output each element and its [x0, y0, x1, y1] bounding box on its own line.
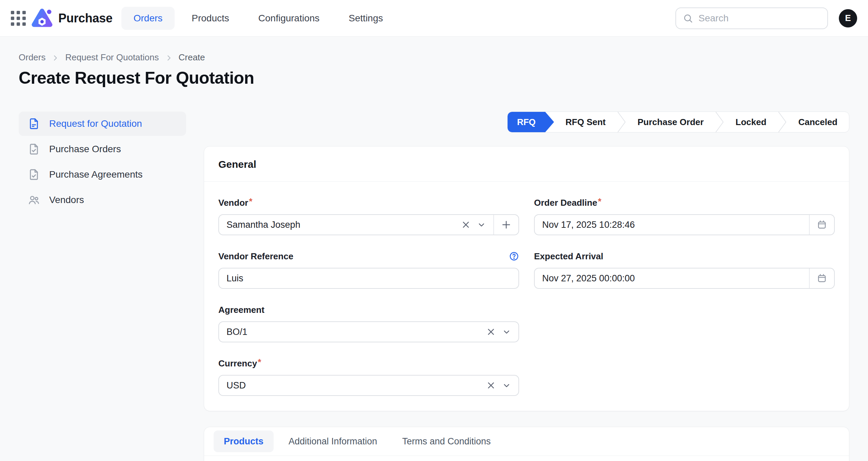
- vendor-reference-label: Vendor Reference: [218, 251, 293, 262]
- order-deadline-field: Order Deadline*: [534, 197, 835, 235]
- document-check-icon: [27, 168, 40, 181]
- top-nav: Orders Products Configurations Settings: [121, 7, 395, 30]
- chevron-down-icon[interactable]: [502, 381, 511, 390]
- screen: Purchase Orders Products Configurations …: [0, 0, 868, 461]
- tab-additional-information[interactable]: Additional Information: [278, 430, 387, 452]
- app-logo-icon: [31, 7, 53, 29]
- status-step-rfq[interactable]: RFQ: [508, 112, 545, 132]
- search-box[interactable]: [675, 7, 828, 29]
- currency-value: USD: [219, 380, 479, 391]
- user-avatar[interactable]: E: [839, 9, 857, 27]
- sidebar-item-label: Purchase Agreements: [49, 169, 143, 180]
- status-pipeline: RFQ RFQ Sent Purchase Order Locked: [507, 112, 849, 133]
- page-title: Create Request For Quotation: [19, 68, 849, 88]
- expected-arrival-field: Expected Arrival: [534, 251, 835, 289]
- nav-item-settings[interactable]: Settings: [336, 7, 395, 30]
- vendor-select[interactable]: Samantha Joseph: [218, 214, 519, 235]
- calendar-picker-button[interactable]: [810, 268, 834, 288]
- breadcrumb: Orders Request For Quotations Create: [19, 52, 849, 63]
- breadcrumb-orders[interactable]: Orders: [19, 52, 45, 63]
- nav-item-configurations[interactable]: Configurations: [246, 7, 332, 30]
- chevron-down-icon[interactable]: [477, 220, 486, 229]
- agreement-label: Agreement: [218, 305, 264, 315]
- details-tabs: Products Additional Information Terms an…: [204, 427, 849, 456]
- sidebar: Request for Quotation Purchase Orders: [19, 112, 186, 213]
- app-title: Purchase: [58, 11, 113, 25]
- details-tabs-card: Products Additional Information Terms an…: [204, 427, 849, 461]
- search-icon: [683, 13, 693, 23]
- pipeline-separator-icon: [778, 112, 787, 132]
- add-vendor-button[interactable]: [494, 215, 518, 235]
- vendor-reference-input-group: [218, 268, 519, 289]
- plus-icon: [501, 220, 511, 230]
- agreement-field: Agreement BO/1: [218, 304, 519, 342]
- chevron-right-icon: [165, 54, 173, 62]
- main-column: RFQ RFQ Sent Purchase Order Locked: [204, 112, 849, 461]
- expected-arrival-input[interactable]: [535, 268, 809, 288]
- sidebar-item-purchase-agreements[interactable]: Purchase Agreements: [19, 162, 186, 187]
- tab-terms-and-conditions[interactable]: Terms and Conditions: [392, 430, 501, 452]
- nav-item-products[interactable]: Products: [179, 7, 241, 30]
- pipeline-separator-icon: [715, 112, 724, 132]
- vendor-field: Vendor* Samantha Joseph: [218, 197, 519, 235]
- section-title: General: [218, 159, 835, 170]
- required-asterisk: *: [598, 196, 601, 206]
- expected-arrival-label: Expected Arrival: [534, 251, 603, 262]
- currency-select[interactable]: USD: [218, 375, 519, 396]
- app-launcher-grid-icon[interactable]: [10, 10, 26, 26]
- order-deadline-input-group: [534, 214, 835, 235]
- agreement-select[interactable]: BO/1: [218, 321, 519, 342]
- general-section-header: General: [204, 146, 849, 182]
- users-icon: [27, 194, 40, 206]
- calendar-icon: [816, 219, 827, 230]
- calendar-picker-button[interactable]: [810, 215, 834, 235]
- top-bar: Purchase Orders Products Configurations …: [0, 0, 868, 37]
- sidebar-item-label: Vendors: [49, 195, 84, 205]
- help-question-circle-icon[interactable]: [509, 251, 519, 261]
- agreement-value: BO/1: [219, 327, 479, 337]
- tab-products[interactable]: Products: [214, 430, 274, 452]
- breadcrumb-create: Create: [179, 52, 205, 63]
- breadcrumb-request-for-quotations[interactable]: Request For Quotations: [65, 52, 159, 63]
- calendar-icon: [816, 273, 827, 284]
- page-content: Orders Request For Quotations Create Cre…: [0, 37, 868, 461]
- sidebar-item-vendors[interactable]: Vendors: [19, 188, 186, 212]
- status-step-rfq-sent[interactable]: RFQ Sent: [554, 112, 617, 132]
- document-lines-icon: [27, 117, 40, 130]
- required-asterisk: *: [258, 357, 261, 367]
- vendor-reference-field: Vendor Reference: [218, 251, 519, 289]
- nav-item-orders[interactable]: Orders: [121, 7, 175, 30]
- status-step-locked[interactable]: Locked: [724, 112, 778, 132]
- clear-x-icon[interactable]: [487, 327, 495, 336]
- currency-label: Currency: [218, 358, 257, 368]
- general-section-card: General Vendor*: [204, 146, 849, 411]
- search-input[interactable]: [698, 13, 821, 24]
- expected-arrival-input-group: [534, 268, 835, 289]
- sidebar-item-request-for-quotation[interactable]: Request for Quotation: [19, 112, 186, 136]
- clear-x-icon[interactable]: [487, 381, 495, 390]
- sidebar-item-label: Request for Quotation: [49, 118, 142, 129]
- chevron-right-icon: [52, 54, 59, 62]
- currency-field: Currency* USD: [218, 358, 519, 396]
- vendor-reference-input[interactable]: [219, 268, 518, 288]
- sidebar-item-purchase-orders[interactable]: Purchase Orders: [19, 137, 186, 161]
- order-deadline-input[interactable]: [535, 215, 809, 235]
- pipeline-separator-icon: [617, 112, 626, 132]
- tab-content-area: [204, 456, 849, 461]
- status-step-canceled[interactable]: Canceled: [787, 112, 849, 132]
- sidebar-item-label: Purchase Orders: [49, 144, 121, 155]
- clear-x-icon[interactable]: [461, 220, 470, 229]
- vendor-label: Vendor: [218, 198, 248, 208]
- document-check-icon: [27, 143, 40, 156]
- vendor-value: Samantha Joseph: [219, 220, 454, 230]
- status-step-purchase-order[interactable]: Purchase Order: [626, 112, 715, 132]
- chevron-down-icon[interactable]: [502, 327, 511, 336]
- required-asterisk: *: [249, 196, 252, 206]
- order-deadline-label: Order Deadline: [534, 198, 597, 208]
